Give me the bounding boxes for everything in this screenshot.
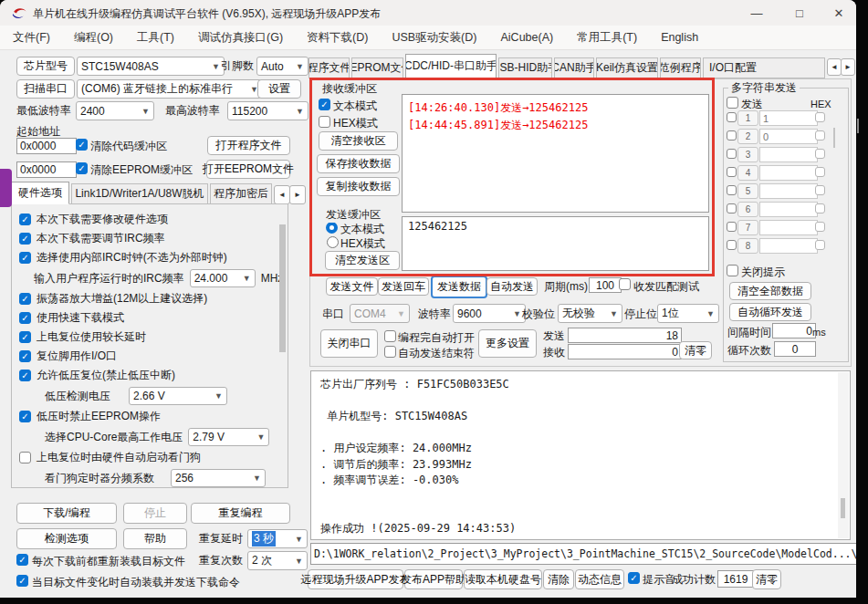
- close-serial-button[interactable]: 关闭串口: [320, 329, 378, 358]
- dynamic-info-button[interactable]: 动态信息: [575, 569, 624, 589]
- multi-row-number[interactable]: 8: [737, 238, 758, 254]
- multi-row-checkbox[interactable]: [727, 112, 737, 122]
- serial-port-select[interactable]: (COM6) 蓝牙链接上的标准串行▼: [77, 79, 263, 99]
- tab-hardware-options[interactable]: 硬件选项: [11, 182, 69, 204]
- menu-aicube[interactable]: AiCube(A): [500, 31, 553, 44]
- more-settings-button[interactable]: 更多设置: [478, 329, 537, 358]
- autoload-on-change-checkbox[interactable]: [16, 575, 28, 587]
- stop-button[interactable]: 停止: [123, 503, 187, 524]
- multi-row-checkbox[interactable]: [727, 149, 737, 159]
- send-buffer-textarea[interactable]: 125462125: [402, 216, 709, 271]
- multi-row-hex-checkbox[interactable]: [815, 203, 825, 213]
- info-scrollbar-thumb[interactable]: [841, 498, 845, 518]
- download-program-button[interactable]: 下载/编程: [16, 503, 117, 524]
- tab-example-programs[interactable]: 范例程序: [660, 57, 701, 78]
- multi-row-number[interactable]: 7: [737, 220, 758, 235]
- options-scrollbar[interactable]: [279, 224, 286, 352]
- menu-debug-interface[interactable]: 调试仿真接口(G): [198, 30, 283, 46]
- period-input[interactable]: 100: [589, 277, 622, 293]
- multi-send-scrollbar[interactable]: [833, 128, 835, 148]
- option-checkbox[interactable]: [19, 293, 31, 305]
- rx-text-mode-checkbox[interactable]: [319, 99, 330, 110]
- port-settings-button[interactable]: 设置: [257, 79, 301, 99]
- repeat-program-button[interactable]: 重复编程: [191, 503, 290, 524]
- tab-io-config[interactable]: I/O口配置: [703, 57, 825, 78]
- publish-app-help-button[interactable]: 发布APP帮助: [404, 569, 463, 589]
- option-checkbox[interactable]: [19, 252, 31, 264]
- min-baud-select[interactable]: 2400▼: [76, 101, 154, 120]
- menu-usb-driver[interactable]: USB驱动安装(D): [392, 30, 476, 46]
- code-start-address-input[interactable]: 0x0000: [16, 138, 77, 154]
- chip-model-button[interactable]: 芯片型号: [16, 57, 75, 76]
- multi-row-number[interactable]: 4: [737, 165, 758, 181]
- multi-row-input[interactable]: [759, 147, 818, 162]
- multi-row-number[interactable]: 5: [737, 183, 758, 199]
- save-receive-button[interactable]: 保存接收数据: [317, 154, 400, 173]
- beep-checkbox[interactable]: [628, 572, 640, 584]
- multi-row-hex-checkbox[interactable]: [815, 130, 825, 141]
- chip-info-log[interactable]: 芯片出厂序列号 : F51FC50B033E5C 单片机型号: STC15W40…: [310, 370, 851, 540]
- menu-common-tools[interactable]: 常用工具(T): [577, 30, 637, 46]
- option-checkbox[interactable]: [19, 350, 31, 362]
- auto-loop-send-button[interactable]: 自动循环发送: [729, 303, 811, 321]
- menu-tools[interactable]: 工具(T): [137, 30, 174, 46]
- menu-english[interactable]: English: [661, 31, 698, 44]
- parity-combo[interactable]: 无校验▼: [558, 304, 622, 323]
- tab-encrypted-transfer[interactable]: 程序加密后: [210, 183, 272, 204]
- repeat-delay-select[interactable]: 3 秒▼: [247, 529, 308, 548]
- lvd-voltage-select[interactable]: 2.66 V▼: [129, 387, 227, 405]
- watchdog-prescaler-select[interactable]: 256▼: [171, 469, 266, 487]
- max-baud-select[interactable]: 115200▼: [227, 101, 309, 120]
- counter-reset-button[interactable]: 清零: [679, 341, 712, 359]
- multi-row-hex-checkbox[interactable]: [815, 185, 825, 195]
- multi-row-hex-checkbox[interactable]: [815, 222, 825, 232]
- right-tabs-scroll-left[interactable]: ◄: [827, 58, 842, 76]
- option-checkbox[interactable]: [19, 312, 31, 324]
- option-checkbox[interactable]: [19, 233, 31, 245]
- auto-open-after-program-checkbox[interactable]: [384, 330, 396, 342]
- multi-row-hex-checkbox[interactable]: [815, 149, 825, 159]
- multi-row-hex-checkbox[interactable]: [815, 240, 825, 250]
- multi-row-hex-checkbox[interactable]: [815, 112, 825, 122]
- multi-row-hex-checkbox[interactable]: [815, 167, 825, 177]
- multi-send-all-checkbox[interactable]: [727, 97, 738, 109]
- scan-port-button[interactable]: 扫描串口: [16, 79, 75, 99]
- minimize-button[interactable]: —: [736, 0, 778, 26]
- copy-receive-button[interactable]: 复制接收数据: [317, 177, 400, 196]
- menu-file[interactable]: 文件(F): [13, 30, 50, 46]
- tab-can-assistant[interactable]: CAN助手: [554, 57, 594, 78]
- multi-row-input[interactable]: [759, 202, 818, 217]
- side-tab[interactable]: [0, 169, 12, 207]
- help-button[interactable]: 帮助: [123, 528, 187, 549]
- tab-offline-programmer[interactable]: Link1D/Writer1A/U8W脱机: [71, 183, 208, 204]
- multi-row-input[interactable]: [759, 165, 818, 181]
- receive-buffer-textarea[interactable]: [14:26:40.130]发送→125462125 [14:44:45.891…: [402, 94, 709, 213]
- tab-keil-simulation[interactable]: Keil仿真设置: [596, 57, 658, 78]
- clear-log-button[interactable]: 清除: [543, 569, 574, 589]
- send-data-button[interactable]: 发送数据: [431, 276, 487, 298]
- stopbit-combo[interactable]: 1位▼: [657, 304, 719, 323]
- pin-count-select[interactable]: Auto▼: [256, 57, 309, 76]
- match-test-checkbox[interactable]: [619, 278, 631, 290]
- auto-send-button[interactable]: 自动发送: [486, 277, 538, 296]
- multi-row-checkbox[interactable]: [727, 130, 737, 141]
- interval-input[interactable]: 0: [772, 323, 816, 338]
- multi-row-number[interactable]: 1: [737, 110, 758, 126]
- chip-model-select[interactable]: STC15W408AS▼: [77, 57, 225, 76]
- eeprom-start-address-input[interactable]: 0x0000: [16, 161, 77, 178]
- irc-frequency-select[interactable]: 24.000▼: [190, 269, 256, 287]
- tab-eeprom-file[interactable]: EEPROM文件: [351, 57, 403, 78]
- menu-downloads[interactable]: 资料下载(D): [307, 30, 368, 46]
- send-cr-button[interactable]: 发送回车: [378, 277, 429, 296]
- reload-target-checkbox[interactable]: [16, 554, 28, 566]
- cpu-core-voltage-select[interactable]: 2.79 V▼: [188, 428, 269, 446]
- menu-program[interactable]: 编程(O): [74, 30, 113, 46]
- option-checkbox[interactable]: [19, 411, 31, 422]
- multi-row-checkbox[interactable]: [727, 240, 737, 250]
- auto-send-terminator-checkbox[interactable]: [384, 346, 396, 358]
- info-scrollbar-track[interactable]: [838, 372, 849, 538]
- multi-row-number[interactable]: 6: [737, 202, 758, 217]
- left-tabs-scroll-right[interactable]: ►: [289, 185, 306, 204]
- multi-row-input[interactable]: [759, 183, 818, 199]
- baud-combo[interactable]: 9600▼: [453, 304, 526, 323]
